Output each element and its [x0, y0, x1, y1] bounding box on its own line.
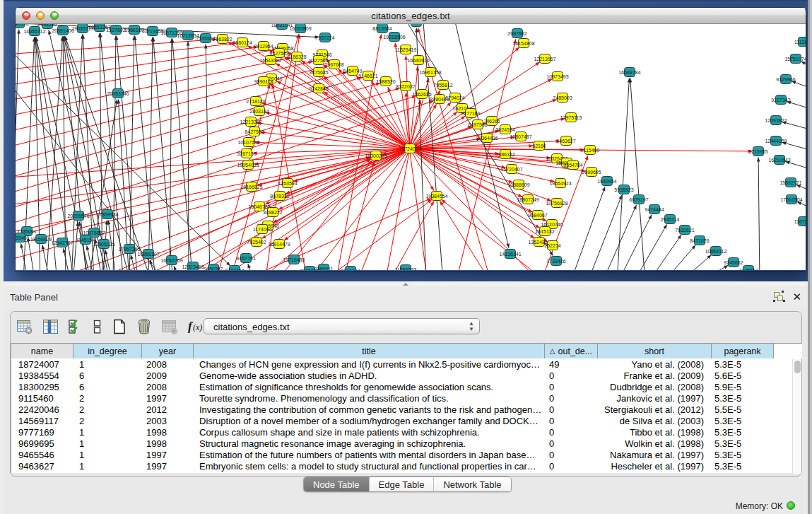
table-header-row[interactable]: namein_degreeyeartitle△out_de...shortpag…: [11, 344, 802, 358]
graph-node-label: 12975115: [560, 115, 582, 120]
table-row[interactable]: 946554611997Estimation of the future num…: [11, 450, 793, 461]
graph-node-label: 3498222: [263, 210, 282, 215]
memory-ok-icon: [787, 501, 795, 510]
table-cell: Jankovic et al. (1997): [598, 393, 712, 404]
new-document-icon[interactable]: [112, 318, 127, 335]
graph-edge[interactable]: [618, 215, 652, 270]
edge-arrowhead-icon: [430, 186, 434, 190]
graph-edge[interactable]: [617, 78, 629, 270]
column-header-name[interactable]: name: [11, 344, 73, 358]
tab-edge-table[interactable]: Edge Table: [370, 477, 435, 491]
graph-edge[interactable]: [16, 72, 347, 163]
edge-arrowhead-icon: [530, 235, 534, 238]
column-header-in_degree[interactable]: in_degree: [73, 344, 142, 358]
graph-edge[interactable]: [254, 142, 410, 148]
graph-edge[interactable]: [797, 201, 806, 211]
table-row[interactable]: 1456911722003Disruption of a novel membe…: [11, 416, 793, 427]
table-row[interactable]: 977716911998Corpus callosum shape and si…: [11, 427, 793, 438]
graph-node-label: 9950362: [204, 267, 223, 271]
column-header-out_de[interactable]: △out_de...: [545, 344, 598, 358]
table-body[interactable]: 1872400712008Changes of HCN gene express…: [11, 359, 793, 472]
split-pane-divider[interactable]: [0, 281, 808, 286]
table-cell: Yano et al. (2008): [598, 359, 712, 370]
network-canvas[interactable]: 1840556140557122093140206914061903571910…: [16, 24, 806, 270]
table-cell: 2: [73, 404, 142, 416]
graph-edge[interactable]: [16, 43, 237, 70]
graph-edge[interactable]: [16, 58, 291, 117]
float-window-icon[interactable]: [773, 291, 785, 303]
table-cell: Estimation of the future numbers of pati…: [194, 450, 545, 461]
table-cell: 1: [73, 359, 142, 370]
graph-edge[interactable]: [269, 84, 410, 148]
graph-edge[interactable]: [440, 201, 491, 270]
graph-node-label: 14136141: [499, 252, 521, 257]
graph-edge[interactable]: [697, 265, 729, 270]
edge-arrowhead-icon: [585, 156, 588, 160]
graph-node-label: 16120746: [541, 222, 563, 227]
vertical-scrollbar[interactable]: [792, 359, 801, 474]
edge-arrowhead-icon: [633, 205, 637, 209]
window-titlebar[interactable]: citations_edges.txt: [16, 8, 806, 24]
graph-edge[interactable]: [630, 78, 645, 270]
edge-arrowhead-icon: [618, 195, 621, 199]
column-header-year[interactable]: year: [142, 344, 194, 358]
divider-handle-icon[interactable]: [403, 283, 408, 286]
status-bar: Memory: OK: [0, 495, 802, 514]
graph-node-label: 10807487: [510, 134, 531, 139]
column-header-title[interactable]: title: [194, 344, 545, 358]
graph-node-label: 7485003: [553, 95, 572, 100]
window-title: citations_edges.txt: [16, 11, 806, 21]
graph-edge[interactable]: [16, 77, 363, 179]
graph-node-label: 10654112: [705, 249, 727, 254]
table-cell: 9465546: [11, 450, 73, 461]
close-panel-icon[interactable]: ✕: [792, 291, 801, 302]
graph-edge[interactable]: [284, 148, 410, 240]
table-row[interactable]: 911546021997Tourette syndrome. Phenomeno…: [11, 393, 793, 404]
graph-edge[interactable]: [206, 44, 210, 270]
graph-edge[interactable]: [46, 36, 62, 270]
show-table-options-icon[interactable]: [16, 318, 33, 335]
graph-node-label: 7386322: [495, 152, 514, 157]
table-selector-combobox[interactable]: citations_edges.txt ▲▼: [204, 318, 480, 334]
table-row[interactable]: 946362711997Embryonic stem cells: a mode…: [11, 461, 793, 472]
tab-node-table[interactable]: Node Table: [304, 477, 370, 491]
select-attributes-icon[interactable]: [68, 318, 83, 335]
graph-edge[interactable]: [148, 37, 153, 270]
graph-edge[interactable]: [602, 205, 637, 270]
table-row[interactable]: 1872400712008Changes of HCN gene express…: [11, 359, 793, 370]
table-cell: 0: [545, 404, 598, 416]
attribute-table: namein_degreeyeartitle△out_de...shortpag…: [11, 343, 801, 473]
graph-edge[interactable]: [117, 35, 138, 270]
graph-edge[interactable]: [570, 187, 605, 270]
column-header-pagerank[interactable]: pagerank: [712, 344, 774, 358]
column-header-short[interactable]: short: [598, 344, 712, 358]
graph-edge[interactable]: [389, 201, 434, 270]
graph-edge[interactable]: [663, 245, 695, 270]
graph-node-label: 2967608: [324, 62, 343, 67]
tab-network-table[interactable]: Network Table: [434, 477, 510, 491]
graph-edge[interactable]: [16, 47, 258, 86]
graph-edge[interactable]: [170, 38, 172, 270]
graph-node-label: 11786533: [395, 267, 417, 271]
graph-edge[interactable]: [758, 157, 760, 270]
graph-node-label: 9890118: [254, 79, 273, 84]
svg-text:(x): (x): [193, 322, 202, 332]
table-row[interactable]: 2242004622012Investigating the contribut…: [11, 404, 793, 416]
rows-icon[interactable]: [93, 318, 102, 335]
graph-node-label: 9115460: [581, 148, 600, 153]
table-row[interactable]: 1938455462009Genome-wide association stu…: [11, 370, 793, 382]
graph-edge[interactable]: [648, 235, 681, 270]
show-column-icon[interactable]: [42, 318, 59, 335]
network-view-window[interactable]: citations_edges.txt 18405561405571220931…: [16, 8, 806, 271]
table-row[interactable]: 1830029562008Estimation of significance …: [11, 382, 793, 393]
table-row[interactable]: 969969511998Structural magnetic resonanc…: [11, 438, 793, 450]
graph-node[interactable]: [411, 24, 422, 27]
graph-node-label: 1615132: [535, 229, 554, 234]
graph-node-label: 16543382: [259, 58, 281, 63]
delete-table-icon[interactable]: [136, 318, 152, 335]
memory-status-label: Memory: OK: [736, 501, 783, 511]
graph-edge[interactable]: [587, 195, 622, 270]
graph-edge[interactable]: [679, 255, 712, 270]
scrollbar-thumb[interactable]: [794, 361, 801, 373]
graph-edge[interactable]: [188, 41, 189, 270]
